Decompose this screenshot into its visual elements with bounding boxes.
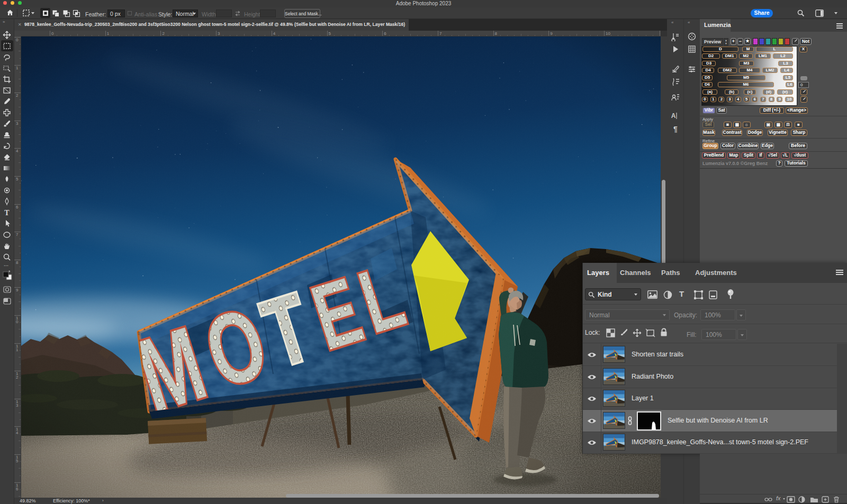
svg-text:¶: ¶ <box>673 125 678 133</box>
svg-text:A: A <box>671 112 676 120</box>
svg-text:T: T <box>4 209 10 217</box>
